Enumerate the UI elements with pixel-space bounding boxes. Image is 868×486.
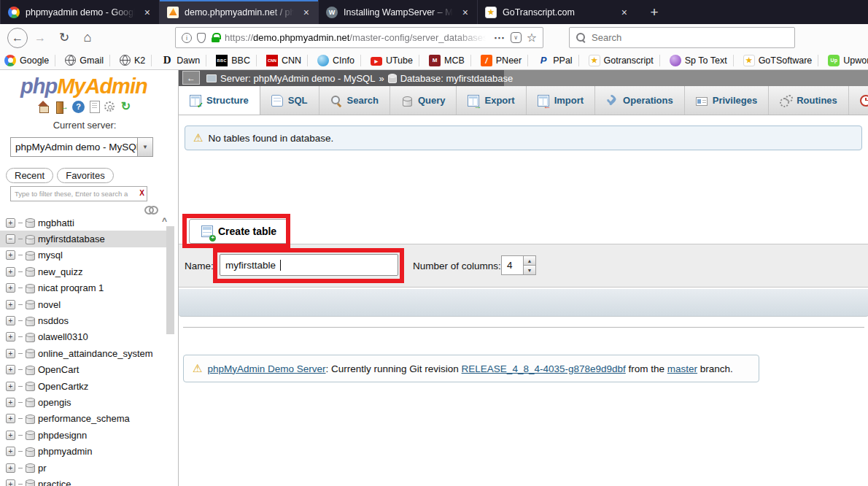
back-button[interactable]: ← xyxy=(7,28,28,48)
database-tree-item[interactable]: + mysql xyxy=(0,247,169,263)
breadcrumb-database[interactable]: Database: myfirstdatabase xyxy=(400,73,514,84)
url-text[interactable]: https://demo.phpmyadmin.net/master-confi… xyxy=(225,32,489,43)
home-icon[interactable] xyxy=(37,101,50,113)
bookmark-item[interactable]: GoTSoftware xyxy=(727,55,813,66)
database-tree-item[interactable]: + new_quizz xyxy=(0,263,169,279)
database-tree-item[interactable]: + OpenCartkz xyxy=(0,378,169,394)
tab-export[interactable]: Export xyxy=(457,86,526,115)
expander-icon[interactable]: + xyxy=(6,463,15,473)
logout-icon[interactable] xyxy=(55,101,67,113)
tab-events[interactable]: Events xyxy=(849,86,868,115)
expander-icon[interactable]: + xyxy=(6,250,15,260)
db-filter-input[interactable] xyxy=(10,186,147,201)
branch-link[interactable]: master xyxy=(667,363,697,374)
documentation-icon[interactable] xyxy=(90,101,99,113)
reload-button[interactable]: ↻ xyxy=(53,30,76,45)
git-revision-link[interactable]: RELEASE_4_8_4-4035-g878e9d9dbf xyxy=(462,363,626,374)
pma-logo[interactable]: phpMyAdmin xyxy=(20,74,178,99)
database-tree-item[interactable]: + olawell0310 xyxy=(0,329,169,345)
bookmark-item[interactable]: PNeer xyxy=(465,55,522,66)
database-tree-item[interactable]: − myfirstdatabase xyxy=(0,231,169,247)
browser-tab[interactable]: GoTranscript.com × xyxy=(477,0,636,24)
expander-icon[interactable]: + xyxy=(6,365,15,374)
close-tab-icon[interactable]: × xyxy=(143,7,152,18)
page-actions-icon[interactable]: ⋯ xyxy=(494,31,505,45)
columns-stepper[interactable]: 4 ▲ ▼ xyxy=(501,255,536,275)
database-tree-item[interactable]: + practice xyxy=(0,476,169,486)
spinner-down-icon[interactable]: ▼ xyxy=(524,266,535,274)
expander-icon[interactable]: + xyxy=(6,414,15,423)
bookmark-item[interactable]: Google xyxy=(4,55,49,66)
demo-server-link[interactable]: phpMyAdmin Demo Server xyxy=(207,363,325,374)
database-tree-item[interactable]: + mgbhatti xyxy=(0,215,169,231)
database-tree-item[interactable]: + performance_schema xyxy=(0,411,169,427)
bookmark-item[interactable]: Dawn xyxy=(145,55,200,66)
home-button[interactable]: ⌂ xyxy=(76,30,99,45)
bookmark-item[interactable]: MCB xyxy=(413,55,465,66)
expander-icon[interactable]: + xyxy=(6,283,15,293)
bookmark-item[interactable]: PPal xyxy=(522,55,572,66)
tab-query[interactable]: Query xyxy=(390,86,457,115)
browser-tab[interactable]: phpmyadmin demo - Google S × xyxy=(0,0,159,24)
bookmark-item[interactable]: K2 xyxy=(104,55,145,66)
breadcrumb-server[interactable]: Server: phpMyAdmin demo - MySQL xyxy=(220,73,375,84)
bookmark-item[interactable]: Gotranscript xyxy=(573,55,654,66)
settings-gear-icon[interactable] xyxy=(104,101,115,112)
database-tree-item[interactable]: + nsddos xyxy=(0,312,169,328)
browser-tab[interactable]: Installing WampServer – Make × xyxy=(318,0,477,24)
close-tab-icon[interactable]: × xyxy=(461,7,470,18)
tree-scroll-up-icon[interactable]: ^ xyxy=(162,216,167,226)
help-icon[interactable]: ? xyxy=(72,101,85,113)
expander-icon[interactable]: + xyxy=(6,447,15,456)
search-bar[interactable]: Search xyxy=(569,27,795,48)
forward-button[interactable]: → xyxy=(28,31,53,45)
favorites-button[interactable]: Favorites xyxy=(57,168,113,183)
pocket-icon[interactable]: ∨ xyxy=(511,32,522,43)
tree-scrollbar-thumb[interactable] xyxy=(166,226,174,334)
table-name-input[interactable] xyxy=(220,254,398,276)
recent-button[interactable]: Recent xyxy=(6,168,53,183)
tab-import[interactable]: Import xyxy=(527,86,595,115)
database-tree-item[interactable]: + pr xyxy=(0,460,169,476)
expander-icon[interactable]: − xyxy=(6,234,15,244)
database-tree-item[interactable]: + novel xyxy=(0,296,169,312)
server-select[interactable]: phpMyAdmin demo - MySQL ▼ xyxy=(10,137,153,157)
filter-clear-icon[interactable]: X xyxy=(139,189,144,197)
tab-sql[interactable]: SQL xyxy=(260,86,319,115)
bookmark-item[interactable]: UTube xyxy=(354,55,413,66)
link-chain-icon[interactable] xyxy=(144,206,158,213)
tab-routines[interactable]: Routines xyxy=(769,86,849,115)
bookmark-item[interactable]: BBC xyxy=(200,55,250,66)
expander-icon[interactable]: + xyxy=(6,398,15,407)
database-tree-item[interactable]: + phpmyadmin xyxy=(0,443,169,459)
expander-icon[interactable]: + xyxy=(6,218,15,228)
bookmark-item[interactable]: Sp To Text xyxy=(654,55,727,66)
expander-icon[interactable]: + xyxy=(6,332,15,342)
bookmark-item[interactable]: CNN xyxy=(250,55,301,66)
refresh-icon[interactable]: ↻ xyxy=(120,101,132,113)
site-info-icon[interactable]: i xyxy=(182,33,192,43)
bookmark-star-icon[interactable]: ☆ xyxy=(527,31,537,45)
bookmark-item[interactable]: CInfo xyxy=(301,55,354,66)
expander-icon[interactable]: + xyxy=(6,382,15,391)
chevron-down-icon[interactable]: ▼ xyxy=(137,138,152,156)
new-tab-button[interactable]: + xyxy=(642,0,667,24)
database-tree-item[interactable]: + opengis xyxy=(0,394,169,410)
tab-structure[interactable]: Structure xyxy=(179,86,260,115)
bookmark-item[interactable]: Upwork xyxy=(812,55,868,66)
expander-icon[interactable]: + xyxy=(6,349,15,358)
expander-icon[interactable]: + xyxy=(6,267,15,277)
collapse-navigation-button[interactable]: ← xyxy=(182,71,200,85)
close-tab-icon[interactable]: × xyxy=(302,7,311,18)
tab-search[interactable]: Search xyxy=(319,86,390,115)
database-tree-item[interactable]: + OpenCart xyxy=(0,362,169,378)
url-bar[interactable]: i https://demo.phpmyadmin.net/master-con… xyxy=(175,27,543,48)
https-lock-icon[interactable] xyxy=(211,33,220,43)
create-table-button[interactable]: Create table xyxy=(189,219,289,244)
spinner-up-icon[interactable]: ▲ xyxy=(524,256,535,266)
expander-icon[interactable]: + xyxy=(6,431,15,440)
bookmark-item[interactable]: Gmail xyxy=(49,55,104,66)
tracking-shield-icon[interactable] xyxy=(197,33,206,43)
expander-icon[interactable]: + xyxy=(6,316,15,325)
browser-tab[interactable]: demo.phpmyadmin.net / phpM × xyxy=(159,0,318,24)
